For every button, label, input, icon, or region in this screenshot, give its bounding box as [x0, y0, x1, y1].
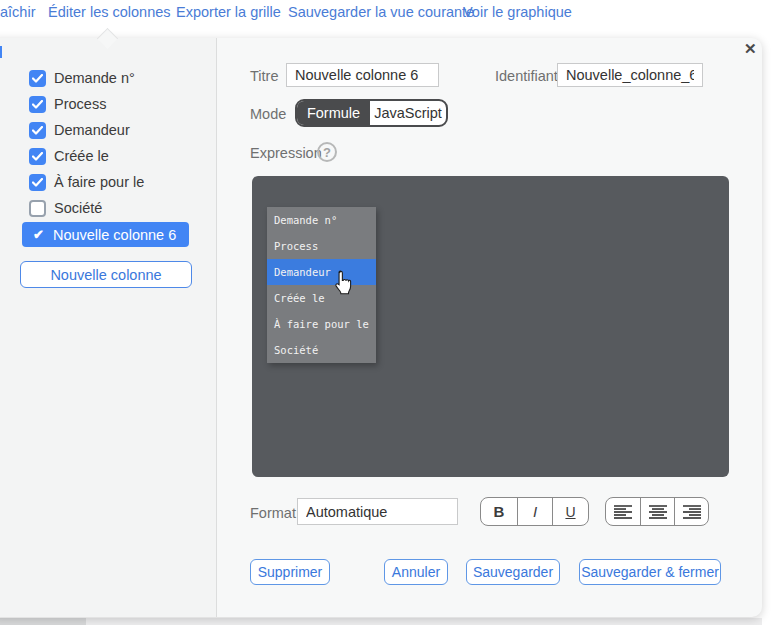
column-toggle-a-faire-pour-le[interactable]: À faire pour le	[29, 169, 144, 195]
underlying-grid-header	[0, 618, 86, 625]
checkbox-unchecked-icon[interactable]	[29, 200, 46, 217]
title-input[interactable]	[286, 63, 439, 87]
align-center-button[interactable]	[640, 498, 674, 525]
column-label: À faire pour le	[54, 174, 144, 190]
checkbox-checked-icon[interactable]	[29, 96, 46, 113]
toolbar-item-export-grid[interactable]: Exporter la grille	[176, 3, 281, 21]
align-left-button[interactable]	[606, 498, 640, 525]
new-column-button[interactable]: Nouvelle colonne	[20, 261, 192, 288]
cancel-button[interactable]: Annuler	[384, 559, 448, 585]
align-right-icon	[683, 505, 701, 519]
column-toggle-demande-n[interactable]: Demande n°	[29, 65, 135, 91]
close-icon[interactable]: ✕	[744, 40, 757, 58]
selected-column-label: Nouvelle colonne 6	[53, 227, 176, 243]
column-label: Process	[54, 96, 106, 112]
expression-label: Expression	[250, 145, 322, 161]
align-group	[605, 497, 709, 526]
underline-button[interactable]: U	[552, 498, 588, 525]
title-label: Titre	[250, 68, 278, 84]
autocomplete-item[interactable]: Demande n°	[267, 207, 376, 233]
selected-column-item[interactable]: ✔ Nouvelle colonne 6	[22, 222, 189, 247]
column-toggle-demandeur[interactable]: Demandeur	[29, 117, 130, 143]
autocomplete-item[interactable]: Société	[267, 337, 376, 363]
column-toggle-process[interactable]: Process	[29, 91, 106, 117]
text-style-group: B I U	[480, 497, 589, 526]
format-input[interactable]	[297, 498, 458, 525]
checkbox-checked-icon[interactable]	[29, 70, 46, 87]
underlying-grid-row	[86, 618, 762, 625]
checkbox-checked-icon[interactable]	[29, 174, 46, 191]
toolbar-item-save-view[interactable]: Sauvegarder la vue courante	[288, 3, 474, 21]
help-icon[interactable]: ?	[317, 142, 337, 162]
align-left-icon	[614, 505, 632, 519]
column-label: Société	[54, 200, 102, 216]
column-label: Demandeur	[54, 122, 130, 138]
column-toggle-creee-le[interactable]: Créée le	[29, 143, 109, 169]
autocomplete-item[interactable]: Créée le	[267, 285, 376, 311]
identifier-label: Identifiant	[495, 68, 558, 84]
autocomplete-item[interactable]: Process	[267, 233, 376, 259]
identifier-input[interactable]	[557, 63, 703, 87]
checkbox-checked-icon[interactable]	[29, 122, 46, 139]
clipped-underlying-icon	[0, 46, 2, 58]
format-label: Format	[250, 505, 296, 521]
toolbar-item-edit-columns[interactable]: Éditer les colonnes	[48, 3, 171, 21]
column-label: Créée le	[54, 148, 109, 164]
column-toggle-societe[interactable]: Société	[29, 195, 102, 221]
autocomplete-item-highlighted[interactable]: Demandeur	[267, 259, 376, 285]
toolbar-item-refresh[interactable]: aîchir	[0, 3, 35, 21]
mode-option-formule[interactable]: Formule	[297, 101, 370, 125]
mode-label: Mode	[250, 106, 286, 122]
delete-button[interactable]: Supprimer	[250, 559, 330, 585]
column-label: Demande n°	[54, 70, 135, 86]
italic-button[interactable]: I	[517, 498, 552, 525]
mode-toggle: Formule JavaScript	[295, 99, 448, 127]
autocomplete-dropdown: Demande n° Process Demandeur Créée le À …	[267, 207, 376, 363]
checkmark-icon: ✔	[33, 227, 44, 242]
autocomplete-item[interactable]: À faire pour le	[267, 311, 376, 337]
bold-button[interactable]: B	[481, 498, 517, 525]
align-center-icon	[649, 505, 667, 519]
align-right-button[interactable]	[674, 498, 708, 525]
checkbox-checked-icon[interactable]	[29, 148, 46, 165]
save-button[interactable]: Sauvegarder	[466, 559, 560, 585]
grid-column-editor-page: aîchir Éditer les colonnes Exporter la g…	[0, 0, 771, 625]
mode-option-javascript[interactable]: JavaScript	[370, 101, 446, 125]
toolbar-item-view-chart[interactable]: Voir le graphique	[463, 3, 572, 21]
save-and-close-button[interactable]: Sauvegarder & fermer	[579, 559, 721, 585]
